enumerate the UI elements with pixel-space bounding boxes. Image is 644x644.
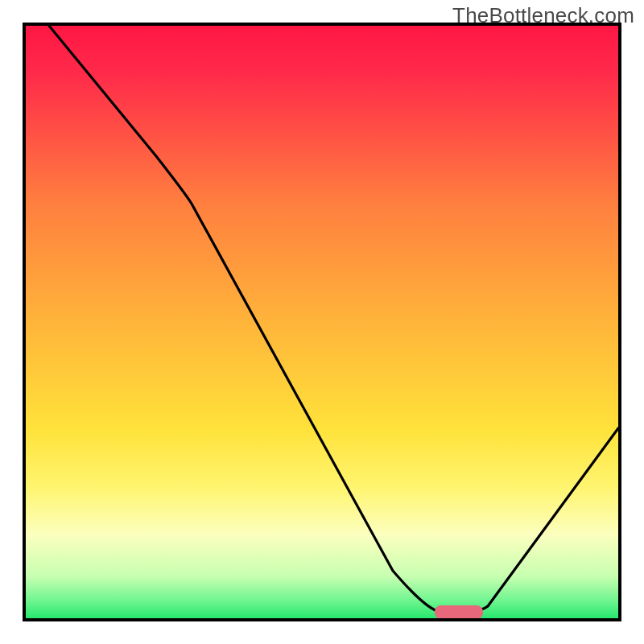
chart-svg (0, 0, 644, 644)
watermark-text: TheBottleneck.com (452, 3, 634, 28)
bottleneck-chart: TheBottleneck.com (0, 0, 644, 644)
gradient-background (26, 26, 618, 618)
optimum-marker (435, 605, 483, 619)
